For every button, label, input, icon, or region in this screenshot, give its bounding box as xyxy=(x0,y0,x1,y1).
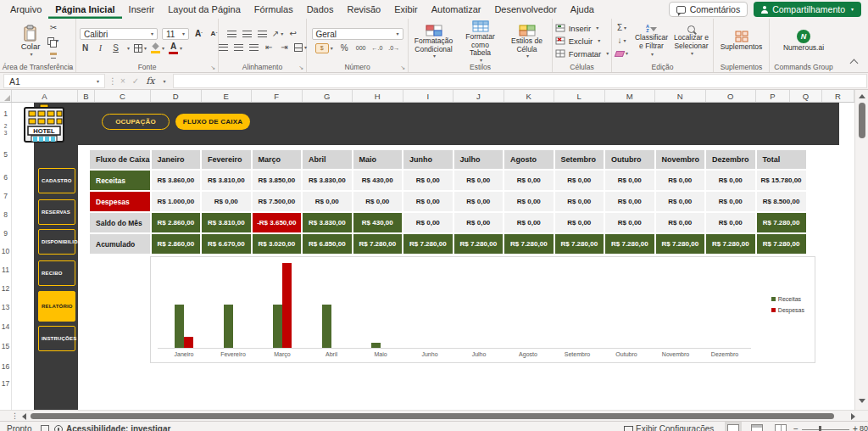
format-as-table-button[interactable]: Formatar como Tabela▾ xyxy=(459,19,502,63)
row-header-10[interactable]: 10 xyxy=(0,248,11,255)
table-cell[interactable]: R$ 2.860,00 xyxy=(152,234,201,254)
sidebar-item-relatorio[interactable]: RELATÓRIO xyxy=(38,291,75,322)
table-cell[interactable]: R$ 430,00 xyxy=(353,171,403,190)
menu-tab-ajuda[interactable]: Ajuda xyxy=(564,0,601,19)
menu-tab-desenvolvedor[interactable]: Desenvolvedor xyxy=(487,0,563,19)
sidebar-item-recibo[interactable]: RECIBO xyxy=(38,260,75,286)
table-header-cell[interactable]: Agosto xyxy=(504,150,554,169)
table-cell[interactable]: R$ 0,00 xyxy=(454,171,504,190)
menu-tab-dados[interactable]: Dados xyxy=(300,0,341,19)
sidebar-item-disponibilidade[interactable]: DISPONIBILIDADE xyxy=(38,229,75,255)
table-cell[interactable]: R$ 0,00 xyxy=(504,213,554,232)
table-cell[interactable]: R$ 7.280,00 xyxy=(656,234,705,254)
copy-icon[interactable]: ▾ xyxy=(47,36,58,47)
bold-button[interactable]: N xyxy=(80,42,91,53)
table-cell[interactable]: R$ 0,00 xyxy=(454,192,504,211)
table-cell[interactable]: R$ 8.500,00 xyxy=(757,192,806,211)
format-cells-button[interactable]: Formatar▾ xyxy=(555,48,609,59)
font-color-icon[interactable]: A▾ xyxy=(169,42,182,53)
column-header-I[interactable]: I xyxy=(403,90,454,102)
table-cell[interactable]: R$ 1.000,00 xyxy=(152,192,201,211)
column-header-E[interactable]: E xyxy=(202,90,253,102)
table-cell[interactable]: R$ 0,00 xyxy=(605,192,654,211)
accessibility-status[interactable]: Acessibilidade: investigar xyxy=(66,424,170,431)
table-header-cell[interactable]: Janeiro xyxy=(152,150,201,169)
table-header-cell[interactable]: Abril xyxy=(303,150,352,169)
table-cell[interactable]: R$ 7.280,00 xyxy=(757,213,806,232)
row-header-16[interactable]: 16 xyxy=(0,363,11,371)
table-cell[interactable]: R$ 3.830,00 xyxy=(303,213,352,232)
menu-tab-revisao[interactable]: Revisão xyxy=(340,0,387,19)
table-cell[interactable]: R$ 3.020,00 xyxy=(253,234,302,254)
table-cell[interactable]: R$ 7.280,00 xyxy=(454,234,504,254)
numerous-ai-button[interactable]: N Numerous.ai xyxy=(780,30,827,53)
scroll-left-icon[interactable] xyxy=(22,413,26,420)
view-normal-button[interactable] xyxy=(727,424,739,431)
align-right-icon[interactable] xyxy=(248,42,259,53)
view-page-break-button[interactable] xyxy=(775,424,787,431)
macro-record-icon[interactable] xyxy=(41,425,49,431)
align-bottom-icon[interactable] xyxy=(257,29,268,40)
borders-icon[interactable]: ▾ xyxy=(134,42,147,53)
table-cell[interactable]: R$ 0,00 xyxy=(403,192,453,211)
delete-cells-button[interactable]: Excluir▾ xyxy=(555,36,609,47)
table-cell[interactable]: R$ 0,00 xyxy=(656,192,705,211)
decrease-decimal-icon[interactable]: .0→ xyxy=(388,45,399,51)
zoom-slider[interactable] xyxy=(802,429,849,430)
table-cell[interactable]: R$ 0,00 xyxy=(353,192,403,211)
table-row-label[interactable]: Despesas xyxy=(90,192,150,211)
zoom-level[interactable]: 80% xyxy=(860,424,868,431)
menu-tab-inserir[interactable]: Inserir xyxy=(122,0,162,19)
column-header-J[interactable]: J xyxy=(453,90,504,102)
table-cell[interactable]: R$ 430,00 xyxy=(353,213,403,232)
wrap-text-icon[interactable]: ↩ xyxy=(287,29,298,40)
column-header-F[interactable]: F xyxy=(252,90,303,102)
table-header-cell[interactable]: Junho xyxy=(403,150,453,169)
table-cell[interactable]: -R$ 3.650,00 xyxy=(253,213,302,232)
table-cell[interactable]: R$ 0,00 xyxy=(403,213,453,232)
font-size-select[interactable]: 11▾ xyxy=(162,28,189,40)
nav-pill-ocupacao[interactable]: OCUPAÇÃO xyxy=(102,114,170,130)
column-header-K[interactable]: K xyxy=(504,90,555,102)
menu-tab-formulas[interactable]: Fórmulas xyxy=(248,0,300,19)
zoom-in-button[interactable]: + xyxy=(853,424,858,431)
thousands-separator-icon[interactable]: 000 xyxy=(356,45,366,51)
row-header-8[interactable]: 8 xyxy=(0,211,11,219)
table-cell[interactable]: R$ 7.280,00 xyxy=(403,234,453,254)
row-header-7[interactable]: 7 xyxy=(0,193,11,200)
sidebar-item-reservas[interactable]: RESERVAS xyxy=(38,199,75,225)
clear-eraser-icon[interactable]: ▾ xyxy=(615,48,628,59)
formula-input[interactable] xyxy=(173,74,867,88)
table-row-label[interactable]: Receitas xyxy=(90,171,150,190)
column-header-N[interactable]: N xyxy=(655,90,706,102)
fill-down-icon[interactable]: ↓▾ xyxy=(615,36,628,47)
dialog-launcher-icon[interactable]: ↘ xyxy=(400,64,405,70)
name-box[interactable]: A1 ▾ xyxy=(3,74,105,88)
table-header-cell[interactable]: Total xyxy=(757,150,806,169)
row-header-12[interactable]: 12 xyxy=(0,285,11,293)
sidebar-item-cadastro[interactable]: CADASTRO xyxy=(38,168,75,193)
row-header-14[interactable]: 14 xyxy=(0,323,11,331)
scroll-down-icon[interactable] xyxy=(859,399,865,403)
table-header-cell[interactable]: Fevereiro xyxy=(202,150,251,169)
cell-styles-button[interactable]: Estilos de Célula▾ xyxy=(505,23,548,59)
view-page-layout-button[interactable] xyxy=(751,424,763,431)
table-cell[interactable]: R$ 0,00 xyxy=(555,213,604,232)
table-header-cell[interactable]: Outubro xyxy=(605,150,654,169)
h-scrollbar[interactable]: ⋮ xyxy=(0,410,868,421)
sheet-tab-handle-icon[interactable]: ⋮ xyxy=(11,411,19,421)
table-cell[interactable]: R$ 0,00 xyxy=(403,171,453,190)
dialog-launcher-icon[interactable]: ↘ xyxy=(298,64,303,70)
menu-tab-pagina-inicial[interactable]: Página Inicial xyxy=(48,0,121,19)
comments-button[interactable]: Comentários xyxy=(669,2,748,17)
row-header-15[interactable]: 15 xyxy=(0,343,11,350)
table-header-cell[interactable]: Setembro xyxy=(555,150,604,169)
table-cell[interactable]: R$ 0,00 xyxy=(706,171,755,190)
table-cell[interactable]: R$ 0,00 xyxy=(202,192,251,211)
chevron-down-icon[interactable]: ▾ xyxy=(127,46,130,51)
enter-check-icon[interactable]: ✓ xyxy=(132,76,139,86)
currency-format-icon[interactable]: $▾ xyxy=(315,42,333,53)
italic-button[interactable]: I xyxy=(95,42,106,53)
column-header-D[interactable]: D xyxy=(151,90,202,102)
align-center-icon[interactable] xyxy=(233,42,244,53)
